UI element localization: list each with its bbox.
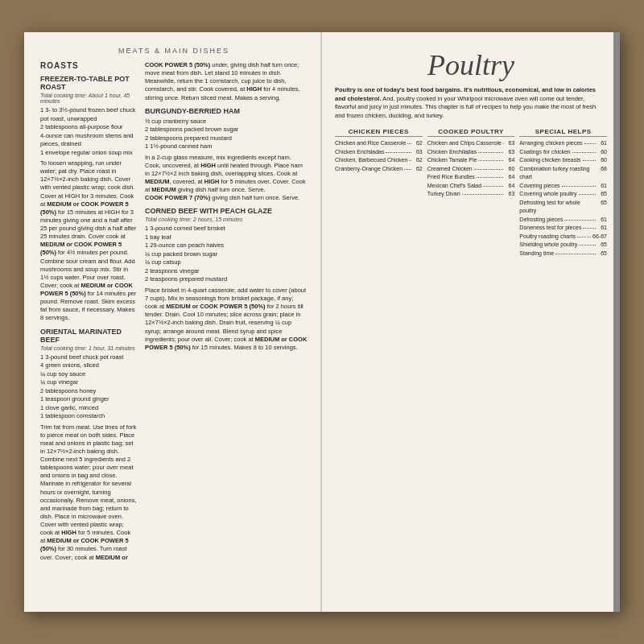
poultry-title: Poultry [335,51,607,80]
ingredient-item: ¼ cup soy sauce [40,370,137,379]
ingredient-item: 2 teaspoons vinegar [145,267,308,276]
ingredient-item: 1 clove garlic, minced [40,404,137,413]
corned-beef-directions: Place brisket in 4-quart casserole; add … [145,287,308,352]
toc-label: Combination turkey roasting chart [519,165,594,182]
ingredient-item: 4-ounce can mushroom stems and pieces, d… [40,132,137,149]
toc-dots [386,147,411,153]
toc-dots [474,163,504,170]
toc-item: Covering whole poultry 65 [519,190,607,199]
ingredient-item: 4 green onions, sliced [40,361,137,370]
toc-pagenum: 63 [413,148,423,157]
ingredient-item: 1 3- to 3½-pound frozen beef chuck pot r… [40,106,137,123]
toc-dots [562,180,596,187]
oriental-beef-title: ORIENTAL MARINATED BEEF [40,328,137,344]
toc-dots [409,155,411,161]
ingredient-item: 1 teaspoon ground ginger [40,395,137,404]
toc-pagenum: 64 [505,156,514,165]
poultry-toc: Chicken Pieces Chicken and Rice Casserol… [335,128,607,258]
toc-pagenum: 63 [505,148,514,157]
corned-beef-ingredients: 1 3-pound corned beef brisket 1 bay leaf… [145,225,308,284]
toc-pagenum: 65 [597,241,607,250]
toc-pagenum: 60 [505,165,514,174]
ingredient-item: 1 3-pound beef chuck pot roast [40,353,137,362]
cook-power-7-note: COOK POWER 7 (70%) giving dish half turn… [145,194,308,202]
toc-item: Cranberry-Orange Chicken 62 [335,165,423,174]
toc-item: Turkey Divan 63 [427,190,515,199]
toc-pagenum: 61 [597,139,607,148]
freezer-pot-roast-title: FREEZER-TO-TABLE POT ROAST [40,75,137,91]
toc-dots [584,138,596,144]
toc-pagenum: 60 [597,148,607,157]
toc-pagenum: 64 [505,173,514,182]
toc-dots [555,248,596,254]
toc-dots [583,155,596,161]
toc-label: Standing time [519,250,554,258]
toc-label: Covering pieces [519,182,559,191]
toc-dots [579,188,596,195]
page-edge-tab [613,32,620,612]
burgundy-title: BURGUNDY-BERRIED HAM [145,107,308,115]
toc-pagenum: 64 [505,182,514,191]
toc-label: Cooking chicken breasts [519,156,580,165]
toc-label: Turkey Divan [427,190,460,199]
poultry-intro: Poultry is one of today's best food barg… [335,86,607,120]
pot-roast-cooking-time: Total cooking time: About 1 hour, 45 min… [40,93,137,104]
toc-dots [583,222,596,229]
toc-item: Cooking chicken breasts 60 [519,156,607,165]
burgundy-ingredients: ½ cup cranberry sauce 2 tablespoons pack… [145,118,308,151]
toc-label: Fried Rice Bundles [427,173,475,182]
ingredient-item: ¼ cup vinegar [40,378,137,387]
toc-dots [478,147,503,153]
chicken-pieces-col: Chicken Pieces Chicken and Rice Casserol… [335,128,423,258]
toc-label: Chicken, Barbecued Chicken [335,156,407,165]
toc-dots [572,147,596,153]
toc-pagenum: 63 [505,190,514,199]
ingredient-item: 2 tablespoons prepared mustard [145,134,308,143]
oriental-cooking-time: Total cooking time: 1 hour, 31 minutes [40,345,137,351]
ingredient-item: ¼ cup catsup [145,258,308,267]
toc-label: Coatings for chicken [519,148,570,157]
toc-pagenum: 62 [413,139,423,148]
toc-item: Combination turkey roasting chart 68 [519,165,607,182]
corned-beef-cooking-time: Total cooking time: 2 hours, 15 minutes [145,217,308,222]
ingredient-item: 1 tablespoon cornstarch [40,412,137,421]
toc-pagenum: 61 [597,216,607,225]
chicken-pieces-header: Chicken Pieces [335,128,423,137]
ingredient-item: 2 tablespoons packed brown sugar [145,126,308,134]
toc-label: Cranberry-Orange Chicken [335,165,402,174]
toc-label: Covering whole poultry [519,190,576,199]
toc-pagenum: 65 [597,199,607,216]
ingredient-item: ½ cup cranberry sauce [145,118,308,126]
toc-item: Defrosting test for whole poultry 65 [519,199,607,216]
toc-pagenum: 65 [597,250,607,258]
ingredient-item: ¼ cup packed brown sugar [145,250,308,259]
ingredient-item: 1 envelope regular onion soup mix [40,149,137,158]
toc-pagenum: 65 [597,190,607,199]
toc-dots [564,214,596,221]
toc-label: Chicken Tamale Pie [427,156,477,165]
toc-dots [478,155,503,161]
burgundy-directions: In a 2-cup glass measure, mix ingredient… [145,154,308,195]
toc-dots [407,138,411,144]
toc-item: Standing time 65 [519,250,607,258]
corned-beef-title: CORNED BEEF WITH PEACH GLAZE [145,207,308,215]
roasts-title: ROASTS [40,61,137,70]
ingredient-item: 2 teaspoons prepared mustard [145,275,308,284]
ingredient-item: 1 1½-pound canned ham [145,142,308,151]
toc-dots [579,239,596,246]
left-page: MEATS & MAIN DISHES ROASTS FREEZER-TO-TA… [24,32,322,612]
toc-dots [483,180,503,187]
toc-pagenum: 62 [413,165,423,174]
toc-pagenum: 68 [597,165,607,182]
page-header-left: MEATS & MAIN DISHES [40,47,308,55]
special-helps-col: Special Helps Arranging chicken pieces 6… [519,128,607,258]
pot-roast-ingredients: 1 3- to 3½-pound frozen beef chuck pot r… [40,106,137,157]
toc-item: Doneness test for pieces 61 [519,224,607,233]
toc-dots [462,188,504,195]
toc-dots [577,231,591,237]
toc-label: Defrosting pieces [519,216,563,225]
oriental-ingredients: 1 3-pound beef chuck pot roast 4 green o… [40,353,137,421]
ingredient-item: 1 29-ounce can peach halves [145,242,308,250]
toc-label: Doneness test for pieces [519,224,581,233]
special-helps-header: Special Helps [519,128,607,137]
